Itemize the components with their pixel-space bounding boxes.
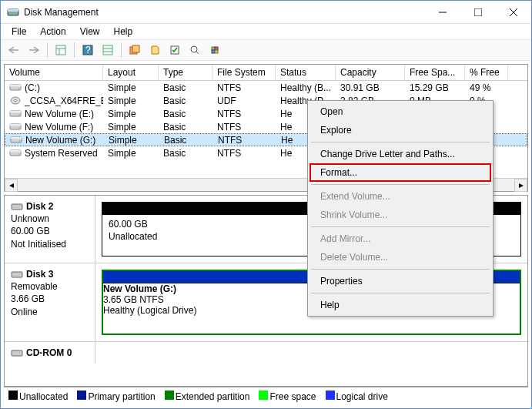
legend-item: Primary partition <box>77 391 155 402</box>
svg-rect-42 <box>12 350 22 356</box>
svg-text:?: ? <box>85 45 91 55</box>
legend-item: Logical drive <box>326 391 388 402</box>
legend-item: Free space <box>259 391 316 402</box>
svg-point-25 <box>18 88 20 89</box>
context-menu-item: Shrink Volume... <box>309 206 491 224</box>
context-menu: OpenExploreChange Drive Letter and Paths… <box>307 100 494 317</box>
close-button[interactable] <box>496 1 531 23</box>
svg-rect-3 <box>474 8 482 16</box>
table-row[interactable]: (C:)SimpleBasicNTFSHealthy (B...30.91 GB… <box>5 81 527 94</box>
minimize-button[interactable] <box>425 1 460 23</box>
context-menu-item: Add Mirror... <box>309 230 491 248</box>
views-button[interactable] <box>52 42 69 59</box>
svg-rect-1 <box>8 9 18 12</box>
context-menu-item[interactable]: Format... <box>309 163 491 182</box>
legend-item: Extended partition <box>165 391 250 402</box>
maximize-button[interactable] <box>460 1 496 23</box>
toolbar: ? <box>1 39 531 61</box>
svg-rect-29 <box>10 111 21 113</box>
window-title: Disk Management <box>24 7 99 18</box>
context-menu-item: Delete Volume... <box>309 248 491 267</box>
action1-button[interactable] <box>166 42 183 59</box>
back-button[interactable] <box>5 42 22 59</box>
context-menu-item: Extend Volume... <box>309 187 491 206</box>
svg-rect-19 <box>212 47 215 50</box>
action3-button[interactable] <box>206 42 223 59</box>
menubar: File Action View Help <box>1 24 531 39</box>
list-button[interactable] <box>99 42 116 59</box>
col-volume[interactable]: Volume <box>5 65 103 80</box>
menu-help[interactable]: Help <box>108 26 139 37</box>
column-headers: Volume Layout Type File System Status Ca… <box>5 65 527 81</box>
legend-item: Unallocated <box>8 391 68 402</box>
svg-rect-6 <box>56 45 65 55</box>
disk-icon <box>11 270 23 279</box>
col-pct[interactable]: % Free <box>465 65 508 80</box>
rescan-button[interactable] <box>146 42 163 59</box>
context-menu-item[interactable]: Open <box>309 102 491 121</box>
col-fs[interactable]: File System <box>212 65 276 80</box>
app-icon <box>7 6 19 18</box>
svg-rect-15 <box>132 45 139 52</box>
action2-button[interactable] <box>186 42 203 59</box>
scroll-left-button[interactable]: ◂ <box>5 179 18 192</box>
svg-rect-21 <box>212 50 215 53</box>
svg-rect-35 <box>11 137 22 139</box>
forward-button[interactable] <box>25 42 42 59</box>
svg-rect-40 <box>12 204 22 210</box>
svg-rect-24 <box>10 85 21 87</box>
svg-rect-38 <box>10 150 21 153</box>
menu-view[interactable]: View <box>74 26 106 37</box>
svg-point-17 <box>191 46 197 52</box>
col-layout[interactable]: Layout <box>103 65 159 80</box>
disk-icon <box>11 348 23 357</box>
legend: UnallocatedPrimary partitionExtended par… <box>4 387 528 405</box>
svg-rect-22 <box>215 50 218 53</box>
disk-row[interactable]: CD-ROM 0 <box>5 342 527 364</box>
col-capacity[interactable]: Capacity <box>336 65 405 80</box>
svg-point-30 <box>18 114 20 116</box>
context-menu-item[interactable]: Explore <box>309 121 491 139</box>
context-menu-item[interactable]: Help <box>309 296 491 314</box>
menu-file[interactable]: File <box>5 26 32 37</box>
svg-rect-20 <box>215 47 218 50</box>
disk-icon <box>11 202 23 211</box>
svg-point-33 <box>18 127 20 129</box>
svg-point-39 <box>18 153 20 155</box>
help-button[interactable]: ? <box>79 42 96 59</box>
scroll-right-button[interactable]: ▸ <box>514 179 527 192</box>
col-type[interactable]: Type <box>159 65 212 80</box>
svg-line-18 <box>196 52 199 54</box>
col-free[interactable]: Free Spa... <box>405 65 465 80</box>
context-menu-item[interactable]: Change Drive Letter and Paths... <box>309 145 491 163</box>
col-status[interactable]: Status <box>276 65 336 80</box>
svg-point-27 <box>15 99 17 101</box>
menu-action[interactable]: Action <box>34 26 72 37</box>
svg-rect-32 <box>10 124 21 126</box>
svg-rect-41 <box>12 272 22 277</box>
titlebar[interactable]: Disk Management <box>1 1 531 24</box>
svg-rect-11 <box>103 45 112 55</box>
refresh-button[interactable] <box>126 42 143 59</box>
svg-point-36 <box>19 140 21 142</box>
context-menu-item[interactable]: Properties <box>309 272 491 290</box>
